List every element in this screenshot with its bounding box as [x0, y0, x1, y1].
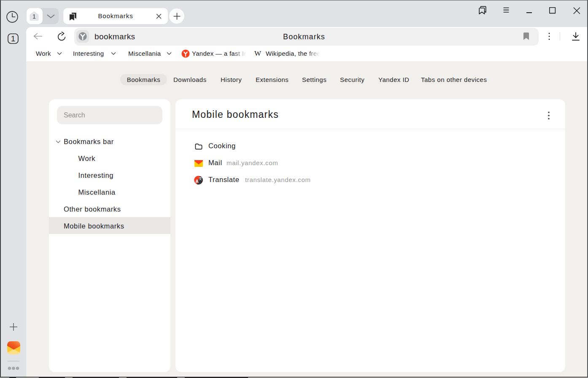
svg-text:1: 1 — [32, 13, 36, 20]
svg-text:A: A — [195, 179, 198, 184]
svg-text:1: 1 — [11, 34, 16, 43]
